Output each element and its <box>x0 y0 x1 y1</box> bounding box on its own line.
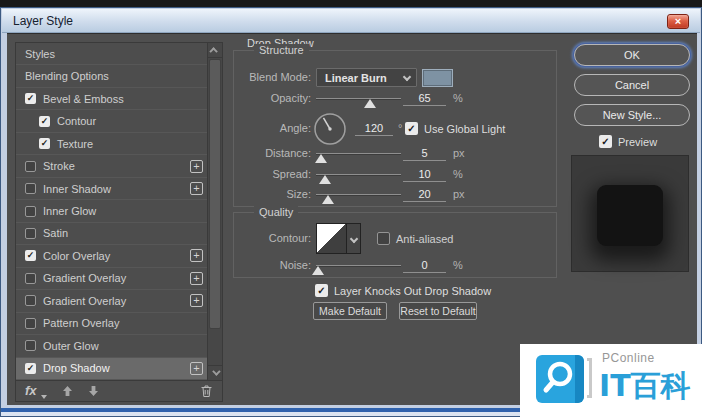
title-bar[interactable]: Layer Style × <box>2 9 700 33</box>
checkbox-unchecked-icon[interactable] <box>25 161 36 172</box>
noise-unit: % <box>453 259 463 271</box>
checkbox-unchecked-icon[interactable] <box>25 228 36 239</box>
checkbox-unchecked-icon[interactable] <box>25 183 36 194</box>
fx-menu-button[interactable]: fx <box>25 384 37 398</box>
distance-value-field[interactable]: 5 <box>403 146 446 161</box>
spread-slider-thumb[interactable] <box>319 175 331 184</box>
sidebar-item-texture[interactable]: ✓Texture <box>16 133 207 155</box>
size-slider-thumb[interactable] <box>322 195 334 204</box>
distance-slider-thumb[interactable] <box>315 154 327 163</box>
blend-mode-select[interactable]: Linear Burn <box>316 68 417 87</box>
checkbox-unchecked-icon[interactable] <box>25 340 36 351</box>
sidebar-item-outer-glow[interactable]: Outer Glow <box>16 335 207 357</box>
move-effect-down-icon[interactable] <box>88 385 99 397</box>
blend-mode-label: Blend Mode: <box>233 71 311 83</box>
sidebar-item-styles[interactable]: Styles <box>16 43 207 65</box>
cancel-button[interactable]: Cancel <box>574 74 690 96</box>
structure-legend: Structure <box>254 44 309 56</box>
checkbox-unchecked-icon[interactable] <box>25 295 36 306</box>
checkbox-checked-icon[interactable]: ✓ <box>39 138 50 149</box>
sidebar-item-label: Contour <box>57 115 96 127</box>
sidebar-item-label: Gradient Overlay <box>43 295 126 307</box>
distance-label: Distance: <box>233 147 311 159</box>
scroll-down-icon[interactable] <box>208 365 222 380</box>
add-effect-icon[interactable]: + <box>190 272 203 285</box>
use-global-light-label: Use Global Light <box>424 123 505 135</box>
distance-unit: px <box>453 147 465 159</box>
fx-menu-caret-icon <box>41 395 47 399</box>
use-global-light-checkbox[interactable]: ✓ <box>405 122 418 135</box>
move-effect-up-icon[interactable] <box>62 385 73 397</box>
layer-knocks-out-checkbox[interactable]: ✓ <box>315 284 328 297</box>
contour-dropdown-button[interactable] <box>347 223 361 254</box>
make-default-button[interactable]: Make Default <box>313 302 387 320</box>
watermark-brand: PConline <box>602 351 655 365</box>
sidebar-item-label: Gradient Overlay <box>43 272 126 284</box>
sidebar-item-label: Inner Shadow <box>43 183 111 195</box>
sidebar-item-label: Stroke <box>43 160 75 172</box>
ok-button[interactable]: OK <box>574 44 690 66</box>
scrollbar-thumb[interactable] <box>209 59 221 329</box>
distance-slider[interactable] <box>316 153 401 155</box>
shadow-color-swatch[interactable] <box>422 69 453 87</box>
sidebar-item-gradient-overlay[interactable]: Gradient Overlay+ <box>16 290 207 312</box>
opacity-label: Opacity: <box>233 92 311 104</box>
sidebar-item-label: Outer Glow <box>43 340 99 352</box>
styles-list-panel: StylesBlending Options✓Bevel & Emboss✓Co… <box>15 42 223 402</box>
sidebar-item-stroke[interactable]: Stroke+ <box>16 155 207 177</box>
sidebar-item-bevel-emboss[interactable]: ✓Bevel & Emboss <box>16 88 207 110</box>
sidebar-item-label: Satin <box>43 227 68 239</box>
sidebar-item-drop-shadow[interactable]: ✓Drop Shadow+ <box>16 358 207 380</box>
spread-value-field[interactable]: 10 <box>403 167 446 182</box>
styles-scrollbar[interactable] <box>207 43 222 380</box>
checkbox-unchecked-icon[interactable] <box>25 206 36 217</box>
sidebar-item-blending-options[interactable]: Blending Options <box>16 65 207 87</box>
noise-slider[interactable] <box>316 265 401 267</box>
size-slider[interactable] <box>316 194 401 196</box>
opacity-slider-thumb[interactable] <box>364 99 376 108</box>
checkbox-checked-icon[interactable]: ✓ <box>25 250 36 261</box>
checkbox-unchecked-icon[interactable] <box>25 273 36 284</box>
quality-legend: Quality <box>254 206 298 218</box>
delete-effect-icon[interactable] <box>200 384 213 398</box>
sidebar-item-pattern-overlay[interactable]: Pattern Overlay <box>16 313 207 335</box>
scroll-up-icon[interactable] <box>208 43 222 58</box>
sidebar-item-gradient-overlay[interactable]: Gradient Overlay+ <box>16 268 207 290</box>
add-effect-icon[interactable]: + <box>190 160 203 173</box>
add-effect-icon[interactable]: + <box>190 362 203 375</box>
sidebar-item-label: Styles <box>25 48 55 60</box>
checkbox-checked-icon[interactable]: ✓ <box>25 363 36 374</box>
sidebar-item-satin[interactable]: Satin <box>16 223 207 245</box>
preview-checkbox[interactable]: ✓ <box>599 135 612 148</box>
sidebar-item-label: Pattern Overlay <box>43 317 119 329</box>
sidebar-item-label: Inner Glow <box>43 205 96 217</box>
sidebar-item-contour[interactable]: ✓Contour <box>16 110 207 132</box>
size-value-field[interactable]: 20 <box>403 187 446 202</box>
add-effect-icon[interactable]: + <box>190 294 203 307</box>
checkbox-unchecked-icon[interactable] <box>25 318 36 329</box>
sidebar-item-inner-glow[interactable]: Inner Glow <box>16 200 207 222</box>
opacity-value-field[interactable]: 65 <box>403 91 446 106</box>
anti-aliased-checkbox[interactable] <box>377 232 390 245</box>
angle-label: Angle: <box>233 122 311 134</box>
angle-dial[interactable] <box>313 112 347 150</box>
opacity-slider[interactable] <box>316 98 401 100</box>
sidebar-item-inner-shadow[interactable]: Inner Shadow+ <box>16 178 207 200</box>
sidebar-item-label: Blending Options <box>25 70 109 82</box>
angle-value-field[interactable]: 120 <box>355 121 393 136</box>
checkbox-checked-icon[interactable]: ✓ <box>25 93 36 104</box>
checkbox-checked-icon[interactable]: ✓ <box>39 116 50 127</box>
new-style-button[interactable]: New Style... <box>574 104 690 126</box>
noise-slider-thumb[interactable] <box>312 266 324 275</box>
sidebar-item-color-overlay[interactable]: ✓Color Overlay+ <box>16 245 207 267</box>
add-effect-icon[interactable]: + <box>190 249 203 262</box>
close-icon[interactable]: × <box>667 14 689 29</box>
spread-slider[interactable] <box>316 174 401 176</box>
watermark: PConline IT百科 <box>520 344 702 417</box>
anti-aliased-label: Anti-aliased <box>396 233 453 245</box>
add-effect-icon[interactable]: + <box>190 182 203 195</box>
reset-to-default-button[interactable]: Reset to Default <box>399 302 477 320</box>
noise-value-field[interactable]: 0 <box>403 258 446 273</box>
contour-picker[interactable] <box>316 223 347 254</box>
sidebar-item-label: Bevel & Emboss <box>43 93 124 105</box>
